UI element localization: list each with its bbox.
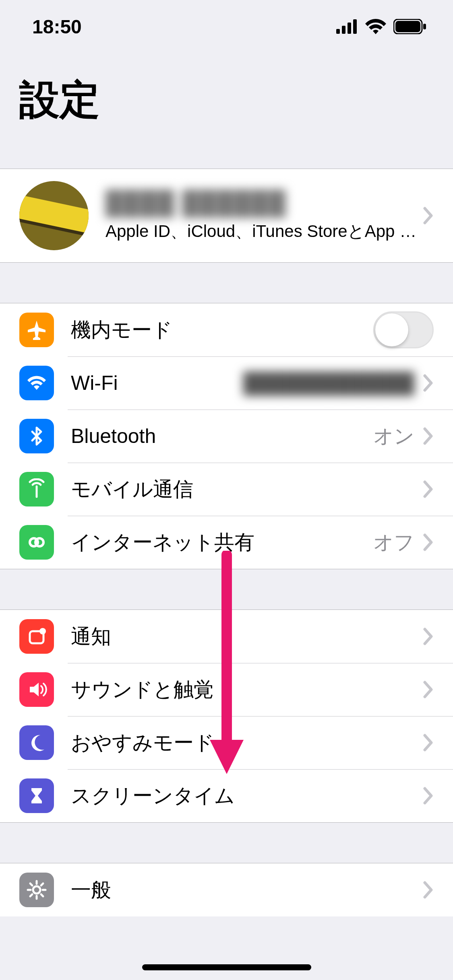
moon-icon <box>19 725 54 760</box>
group-connectivity: 機内モード Wi-Fi ████████████ Bluetooth オン モバ… <box>0 303 453 569</box>
status-bar: 18:50 <box>0 0 453 53</box>
apple-id-subtitle: Apple ID、iCloud、iTunes StoreとApp S… <box>105 220 423 243</box>
status-time: 18:50 <box>32 16 82 38</box>
svg-line-19 <box>30 894 32 896</box>
cell-wifi[interactable]: Wi-Fi ████████████ <box>0 356 453 410</box>
bluetooth-value: オン <box>373 423 414 450</box>
svg-line-16 <box>30 883 32 885</box>
wifi-icon <box>19 366 54 400</box>
avatar <box>19 181 89 250</box>
svg-point-10 <box>39 628 46 634</box>
apple-id-cell[interactable]: ████ ██████ Apple ID、iCloud、iTunes Store… <box>0 169 453 262</box>
group-alerts: 通知 サウンドと触覚 おやすみモード スクリーンタイム <box>0 609 453 823</box>
dnd-label: おやすみモード <box>71 729 423 756</box>
notifications-icon <box>19 619 54 654</box>
settings-list[interactable]: ████ ██████ Apple ID、iCloud、iTunes Store… <box>0 140 453 916</box>
chevron-right-icon <box>423 628 434 645</box>
cell-sounds[interactable]: サウンドと触覚 <box>0 663 453 716</box>
cellular-signal-icon <box>336 19 358 34</box>
chevron-right-icon <box>423 681 434 698</box>
chevron-right-icon <box>423 480 434 498</box>
cell-do-not-disturb[interactable]: おやすみモード <box>0 716 453 769</box>
hotspot-value: オフ <box>373 529 414 556</box>
chevron-right-icon <box>423 881 434 899</box>
cell-cellular[interactable]: モバイル通信 <box>0 463 453 516</box>
chevron-right-icon <box>423 374 434 392</box>
chevron-right-icon <box>423 427 434 445</box>
sounds-label: サウンドと触覚 <box>71 676 423 703</box>
cell-notifications[interactable]: 通知 <box>0 610 453 663</box>
bluetooth-label: Bluetooth <box>71 424 373 448</box>
group-general: 一般 <box>0 863 453 916</box>
wifi-icon <box>365 19 386 34</box>
svg-line-17 <box>41 894 43 896</box>
cell-bluetooth[interactable]: Bluetooth オン <box>0 410 453 463</box>
apple-id-name: ████ ██████ <box>105 189 423 216</box>
svg-rect-2 <box>348 23 351 34</box>
airplane-icon <box>19 313 54 347</box>
home-indicator[interactable] <box>142 964 311 970</box>
cellular-icon <box>19 472 54 506</box>
wifi-label: Wi-Fi <box>71 371 243 395</box>
group-apple-id: ████ ██████ Apple ID、iCloud、iTunes Store… <box>0 169 453 263</box>
status-indicators <box>336 19 426 34</box>
svg-rect-0 <box>336 29 340 34</box>
general-label: 一般 <box>71 877 423 904</box>
chevron-right-icon <box>423 533 434 551</box>
cellular-label: モバイル通信 <box>71 476 423 503</box>
cell-general[interactable]: 一般 <box>0 863 453 916</box>
bluetooth-icon <box>19 419 54 453</box>
svg-rect-6 <box>423 24 426 29</box>
svg-rect-3 <box>353 19 357 34</box>
cell-screen-time[interactable]: スクリーンタイム <box>0 769 453 822</box>
svg-point-8 <box>35 538 43 546</box>
gear-icon <box>19 873 54 907</box>
hourglass-icon <box>19 778 54 813</box>
svg-line-18 <box>41 883 43 885</box>
screentime-label: スクリーンタイム <box>71 782 423 809</box>
chevron-right-icon <box>423 787 434 805</box>
svg-rect-1 <box>342 26 345 34</box>
cell-hotspot[interactable]: インターネット共有 オフ <box>0 516 453 569</box>
hotspot-label: インターネット共有 <box>71 529 373 556</box>
hotspot-icon <box>19 525 54 560</box>
chevron-right-icon <box>423 734 434 751</box>
battery-icon <box>393 19 426 34</box>
chevron-right-icon <box>423 207 434 224</box>
svg-point-11 <box>33 886 40 894</box>
airplane-toggle[interactable] <box>373 311 434 348</box>
wifi-value: ████████████ <box>243 371 414 395</box>
sounds-icon <box>19 672 54 707</box>
notifications-label: 通知 <box>71 623 423 650</box>
page-title: 設定 <box>0 53 453 140</box>
svg-rect-5 <box>395 21 420 32</box>
cell-airplane-mode[interactable]: 機内モード <box>0 303 453 356</box>
airplane-label: 機内モード <box>71 317 373 344</box>
